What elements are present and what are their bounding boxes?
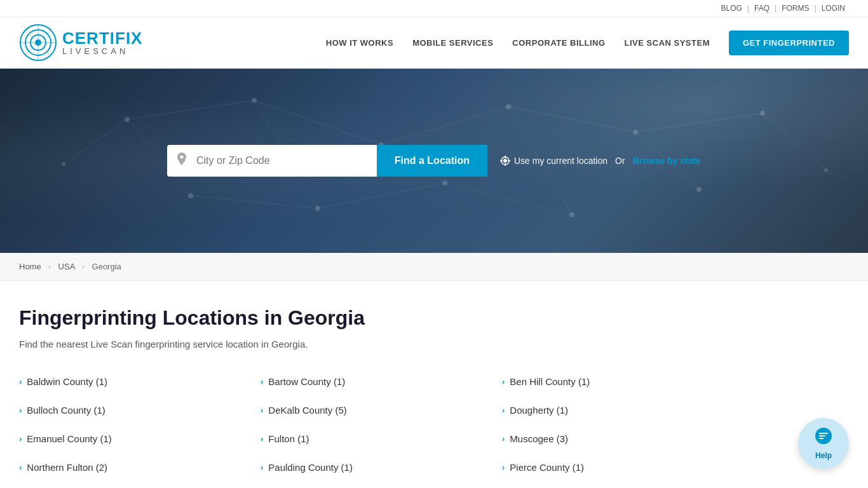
- logo-c: C: [62, 29, 75, 48]
- page-title: Fingerprinting Locations in Georgia: [19, 306, 743, 330]
- location-name: Fulton (1): [268, 433, 309, 444]
- chevron-right-icon: ›: [19, 434, 22, 444]
- list-item[interactable]: › Muscogee (3): [502, 430, 743, 448]
- svg-line-25: [635, 113, 763, 132]
- chevron-right-icon: ›: [19, 377, 22, 386]
- chevron-right-icon: ›: [502, 463, 505, 472]
- chevron-right-icon: ›: [261, 463, 263, 472]
- breadcrumb-home[interactable]: Home: [19, 262, 41, 271]
- help-label: Help: [815, 451, 832, 460]
- logo-text: CERTIFIX LIVESCAN: [62, 29, 142, 57]
- nav-corporate-billing[interactable]: CORPORATE BILLING: [512, 38, 605, 48]
- location-name: Baldwin County (1): [27, 376, 107, 387]
- main-content: Fingerprinting Locations in Georgia Find…: [0, 281, 763, 488]
- site-header: CERTIFIX LIVESCAN HOW IT WORKS MOBILE SE…: [0, 17, 868, 69]
- location-name: Ben Hill County (1): [510, 376, 590, 387]
- logo-livescan: LIVESCAN: [62, 47, 142, 56]
- help-button[interactable]: Help: [798, 418, 849, 469]
- use-current-location[interactable]: Use my current location: [500, 156, 607, 166]
- svg-line-32: [318, 183, 445, 208]
- list-item[interactable]: › Baldwin County (1): [19, 372, 261, 391]
- top-forms-link[interactable]: FORMS: [782, 4, 809, 13]
- logo-certifix: CERTIFIX: [62, 29, 142, 48]
- svg-point-36: [503, 159, 507, 163]
- svg-line-33: [445, 183, 572, 215]
- nav-how-it-works[interactable]: HOW IT WORKS: [326, 38, 393, 48]
- target-icon: [500, 156, 510, 166]
- find-location-button[interactable]: Find a Location: [377, 145, 487, 177]
- nav-live-scan-system[interactable]: LIVE SCAN SYSTEM: [625, 38, 710, 48]
- svg-line-22: [254, 100, 381, 145]
- browse-by-state-link[interactable]: Browse by state: [633, 156, 701, 166]
- breadcrumb-usa[interactable]: USA: [58, 262, 75, 271]
- or-label: Or: [615, 156, 625, 166]
- location-name: Northern Fulton (2): [27, 462, 107, 473]
- chevron-right-icon: ›: [502, 377, 505, 386]
- logo-link[interactable]: CERTIFIX LIVESCAN: [19, 24, 142, 62]
- location-options: Use my current location Or Browse by sta…: [500, 156, 701, 166]
- list-item[interactable]: › Ben Hill County (1): [502, 372, 743, 391]
- list-item[interactable]: › Northern Fulton (2): [19, 458, 261, 477]
- main-nav: HOW IT WORKS MOBILE SERVICES CORPORATE B…: [326, 30, 849, 55]
- list-item[interactable]: › Fulton (1): [261, 430, 502, 448]
- chevron-right-icon: ›: [19, 463, 22, 472]
- chevron-right-icon: ›: [261, 434, 263, 444]
- sep1: |: [747, 4, 749, 13]
- top-login-link[interactable]: LOGIN: [822, 4, 845, 13]
- svg-line-21: [127, 100, 254, 119]
- location-name: Emanuel County (1): [27, 433, 111, 444]
- search-input[interactable]: [196, 145, 377, 177]
- location-name: Bulloch County (1): [27, 405, 105, 416]
- chevron-right-icon: ›: [502, 405, 505, 415]
- breadcrumb-sep1: ›: [48, 263, 51, 271]
- list-item[interactable]: › Bulloch County (1): [19, 401, 261, 419]
- location-name: Muscogee (3): [510, 433, 568, 444]
- list-item[interactable]: › Emanuel County (1): [19, 430, 261, 448]
- top-blog-link[interactable]: BLOG: [721, 4, 742, 13]
- location-pin-icon: [167, 152, 196, 170]
- location-name: Pierce County (1): [510, 462, 584, 473]
- chevron-right-icon: ›: [261, 405, 263, 415]
- svg-line-31: [191, 196, 318, 208]
- breadcrumb: Home › USA › Georgia: [0, 253, 868, 281]
- chevron-right-icon: ›: [502, 434, 505, 444]
- top-bar: BLOG | FAQ | FORMS | LOGIN: [0, 0, 868, 17]
- list-item[interactable]: › Paulding County (1): [261, 458, 502, 477]
- chevron-right-icon: ›: [19, 405, 22, 415]
- hero-section: Find a Location Use my current location …: [0, 69, 868, 253]
- location-name: Bartow County (1): [268, 376, 345, 387]
- page-subtitle: Find the nearest Live Scan fingerprintin…: [19, 339, 743, 349]
- logo-icon: [19, 24, 57, 62]
- search-bar: Find a Location: [167, 145, 487, 177]
- use-location-label: Use my current location: [514, 156, 607, 166]
- svg-line-23: [381, 107, 508, 145]
- location-name: DeKalb County (5): [268, 405, 346, 416]
- list-item[interactable]: › Bartow County (1): [261, 372, 502, 391]
- chat-icon: [815, 427, 832, 449]
- svg-line-35: [763, 113, 826, 170]
- svg-line-34: [64, 119, 127, 164]
- nav-mobile-services[interactable]: MOBILE SERVICES: [412, 38, 493, 48]
- logo-ertifix: ERTIFIX: [75, 29, 143, 48]
- locations-grid: › Baldwin County (1) › Bartow County (1)…: [19, 372, 743, 477]
- list-item[interactable]: › DeKalb County (5): [261, 401, 502, 419]
- location-name: Dougherty (1): [510, 405, 568, 416]
- sep2: |: [775, 4, 776, 13]
- hero-content: Find a Location Use my current location …: [148, 145, 720, 177]
- list-item[interactable]: › Pierce County (1): [502, 458, 743, 477]
- svg-line-24: [508, 107, 635, 132]
- location-name: Paulding County (1): [268, 462, 353, 473]
- breadcrumb-sep2: ›: [82, 263, 85, 271]
- get-fingerprinted-button[interactable]: GET FINGERPRINTED: [729, 30, 849, 55]
- list-item[interactable]: › Dougherty (1): [502, 401, 743, 419]
- sep3: |: [815, 4, 817, 13]
- breadcrumb-state: Georgia: [92, 262, 121, 271]
- top-faq-link[interactable]: FAQ: [754, 4, 770, 13]
- chevron-right-icon: ›: [261, 377, 263, 386]
